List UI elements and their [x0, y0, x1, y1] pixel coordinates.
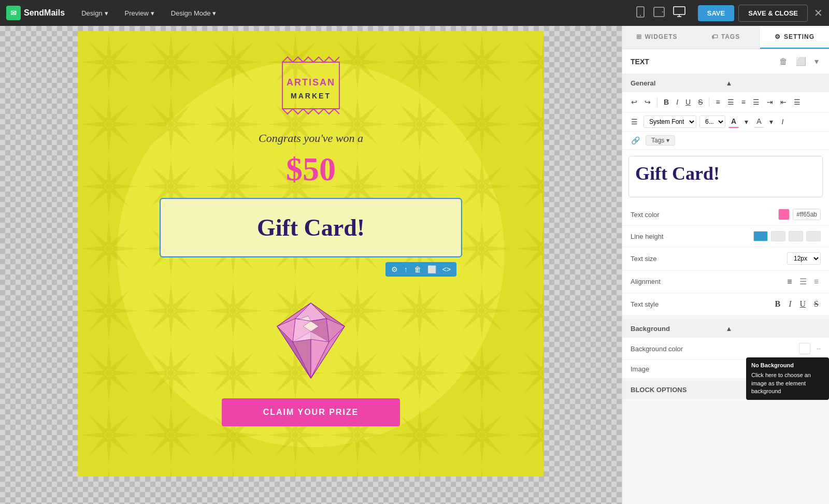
preview-chevron-icon: ▾	[151, 9, 154, 17]
svg-marker-29	[311, 339, 329, 378]
clear-format-btn[interactable]: I	[779, 116, 786, 127]
desktop-icon[interactable]	[671, 4, 688, 22]
indent-out-btn[interactable]: ⇤	[778, 96, 789, 108]
text-edit-area[interactable]: Gift Card!	[628, 156, 823, 197]
background-collapsible[interactable]: Background ▲	[622, 320, 829, 338]
align-right-prop-btn[interactable]: ≡	[812, 276, 821, 287]
tablet-icon[interactable]	[651, 4, 667, 22]
lh-btn-2[interactable]	[771, 231, 785, 241]
right-panel: ⊞ WIDGETS 🏷 TAGS ⚙ SETTING TEXT 🗑 ⬜ ▾	[622, 26, 829, 504]
text-color-value: #ff65ab	[778, 209, 821, 220]
bold-btn[interactable]: B	[661, 96, 671, 108]
separator1	[657, 97, 658, 107]
bg-color-swatch[interactable]	[799, 343, 810, 354]
tab-widgets[interactable]: ⊞ WIDGETS	[622, 26, 691, 49]
lh-btn-1[interactable]	[753, 231, 768, 241]
close-button[interactable]: ✕	[814, 7, 823, 19]
underline-btn[interactable]: U	[683, 96, 693, 108]
mobile-icon[interactable]	[634, 4, 647, 22]
tags-chevron-icon: ▾	[666, 137, 669, 144]
preview-button[interactable]: Preview ▾	[119, 6, 161, 20]
align-left-btn[interactable]: ≡	[713, 96, 722, 108]
panel-header-icons: 🗑 ⬜ ▾	[777, 55, 821, 67]
align-center-btn[interactable]: ☰	[725, 96, 737, 108]
list-format-btn[interactable]: ☰	[628, 116, 640, 127]
line-height-row: Line height	[622, 226, 829, 247]
bg-color-control: --	[799, 343, 821, 354]
background-section: Background ▲ Background color -- Image N…	[622, 320, 829, 379]
format-toolbar-row1: ↩ ↪ B I U S ≡ ☰ ≡ ☰ ⇥ ⇤ ☰	[622, 92, 829, 112]
tab-tags[interactable]: 🏷 TAGS	[691, 26, 760, 49]
indent-in-btn[interactable]: ⇥	[764, 96, 776, 108]
lh-btn-3[interactable]	[789, 231, 803, 241]
italic-btn[interactable]: I	[674, 96, 681, 108]
delete-icon-btn[interactable]: 🗑	[777, 56, 790, 67]
section-title: TEXT	[631, 57, 777, 66]
align-left-prop-btn[interactable]: ≡	[785, 276, 794, 287]
no-background-tooltip[interactable]: No Background Click here to choose an im…	[746, 357, 829, 400]
delete-block-btn[interactable]: 🗑	[411, 264, 424, 275]
design-button[interactable]: Design ▾	[75, 6, 114, 20]
bg-color-btn[interactable]: A	[754, 116, 764, 128]
tags-badge[interactable]: Tags ▾	[646, 135, 675, 146]
congrats-text: Congrats you've won a	[259, 132, 363, 145]
design-mode-chevron-icon: ▾	[212, 9, 216, 17]
block-toolbar: ⚙ ↑ 🗑 ⬜ <>	[385, 262, 456, 277]
link-btn[interactable]: 🔗	[628, 135, 642, 146]
font-row: ☰ System Font 6... A ▾ A ▾ I	[622, 112, 829, 132]
tags-row: 🔗 Tags ▾	[622, 132, 829, 150]
bg-color-dropdown[interactable]: ▾	[767, 116, 776, 127]
font-size-select[interactable]: 6...	[699, 116, 725, 128]
list-btn[interactable]: ☰	[791, 96, 803, 108]
save-close-button[interactable]: SAVE & CLOSE	[738, 5, 808, 22]
separator2	[709, 97, 709, 107]
gift-card-block[interactable]: Gift Card! ⚙ ↑ 🗑 ⬜ <>	[161, 199, 461, 256]
logo-icon: ✉	[6, 6, 21, 20]
font-color-dropdown[interactable]: ▾	[742, 116, 751, 127]
text-style-label: Text style	[631, 300, 773, 308]
copy-icon-btn[interactable]: ⬜	[794, 55, 808, 67]
save-button[interactable]: SAVE	[698, 5, 734, 21]
font-color-btn[interactable]: A	[728, 116, 739, 128]
strikethrough-btn[interactable]: S	[695, 96, 705, 108]
ts-underline-btn[interactable]: U	[798, 298, 808, 310]
text-color-row: Text color #ff65ab	[622, 204, 829, 226]
line-height-label: Line height	[631, 233, 753, 240]
tab-setting[interactable]: ⚙ SETTING	[760, 26, 829, 49]
align-center-prop-btn[interactable]: ☰	[797, 276, 809, 287]
artisan-logo: ARTISAN MARKET	[277, 52, 345, 121]
panel-tabs: ⊞ WIDGETS 🏷 TAGS ⚙ SETTING	[622, 26, 829, 49]
ts-italic-btn[interactable]: I	[787, 298, 793, 310]
lh-btn-4[interactable]	[806, 231, 821, 241]
ts-bold-btn[interactable]: B	[773, 298, 783, 310]
ts-strike-btn[interactable]: S	[812, 298, 821, 310]
svg-marker-28	[293, 339, 311, 378]
justify-btn[interactable]: ☰	[750, 96, 762, 108]
canvas-area[interactable]: ARTISAN MARKET Congrats you've won a $50…	[0, 26, 622, 504]
email-content: ARTISAN MARKET Congrats you've won a $50…	[78, 31, 544, 447]
collapse-icon-btn[interactable]: ▾	[812, 55, 821, 67]
text-size-select[interactable]: 12px	[787, 252, 821, 265]
logo: ✉ SendMails	[6, 6, 65, 20]
duplicate-block-btn[interactable]: ⬜	[425, 264, 439, 275]
device-icons	[634, 4, 688, 22]
email-canvas: ARTISAN MARKET Congrats you've won a $50…	[78, 31, 544, 477]
align-right-btn[interactable]: ≡	[739, 96, 748, 108]
tag-icon: 🏷	[711, 33, 718, 40]
code-block-btn[interactable]: <>	[440, 264, 453, 275]
text-color-swatch[interactable]	[778, 209, 790, 220]
undo-btn[interactable]: ↩	[628, 96, 640, 108]
alignment-label: Alignment	[631, 278, 785, 285]
redo-btn[interactable]: ↪	[642, 96, 653, 108]
price-text: $50	[286, 150, 336, 189]
settings-block-btn[interactable]: ⚙	[389, 264, 401, 275]
font-family-select[interactable]: System Font	[644, 116, 696, 128]
svg-point-1	[640, 15, 641, 16]
design-mode-button[interactable]: Design Mode ▾	[165, 6, 223, 20]
general-collapsible[interactable]: General ▲	[622, 74, 829, 92]
main-layout: ARTISAN MARKET Congrats you've won a $50…	[0, 26, 829, 504]
claim-button[interactable]: CLAIM YOUR PRIZE	[222, 398, 401, 426]
move-up-btn[interactable]: ↑	[402, 264, 410, 275]
design-chevron-icon: ▾	[105, 9, 108, 17]
general-chevron-icon: ▲	[726, 79, 821, 87]
